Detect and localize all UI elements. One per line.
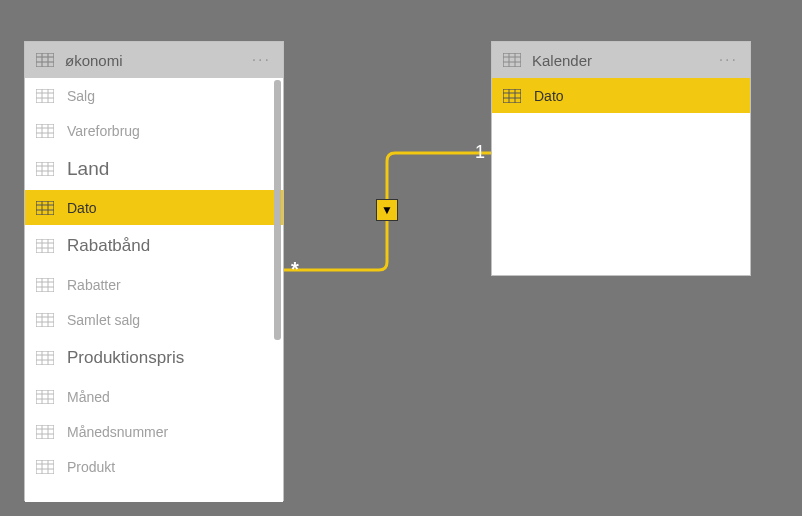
- field-label: Månedsnummer: [67, 424, 168, 440]
- field-label: Dato: [534, 88, 564, 104]
- cardinality-many: *: [291, 258, 299, 281]
- field-label: Vareforbrug: [67, 123, 140, 139]
- field-samlet-salg[interactable]: Samlet salg: [25, 302, 283, 337]
- svg-rect-65: [503, 89, 521, 103]
- field-label: Måned: [67, 389, 110, 405]
- svg-rect-35: [36, 313, 54, 327]
- table-icon: [502, 86, 522, 106]
- table-icon: [35, 236, 55, 256]
- field-manedsnummer[interactable]: Månedsnummer: [25, 414, 283, 449]
- scrollbar[interactable]: [274, 80, 281, 340]
- table-icon: [35, 86, 55, 106]
- table-icon: [35, 422, 55, 442]
- table-header-okonomi[interactable]: økonomi ···: [25, 42, 283, 78]
- svg-rect-60: [503, 53, 521, 67]
- triangle-down-icon: ▼: [381, 203, 393, 217]
- field-vareforbrug[interactable]: Vareforbrug: [25, 113, 283, 148]
- field-label: Dato: [67, 200, 97, 216]
- field-maned[interactable]: Måned: [25, 379, 283, 414]
- field-rabatband[interactable]: Rabatbånd: [25, 225, 283, 267]
- svg-rect-50: [36, 425, 54, 439]
- field-rabatter[interactable]: Rabatter: [25, 267, 283, 302]
- field-land[interactable]: Land: [25, 148, 283, 190]
- field-dato-selected[interactable]: Dato: [492, 78, 750, 113]
- svg-rect-25: [36, 239, 54, 253]
- svg-rect-20: [36, 201, 54, 215]
- field-salg[interactable]: Salg: [25, 78, 283, 113]
- more-options-icon[interactable]: ···: [252, 51, 271, 69]
- table-title: Kalender: [532, 52, 592, 69]
- table-header-kalender[interactable]: Kalender ···: [492, 42, 750, 78]
- table-icon: [502, 50, 522, 70]
- field-produktionspris[interactable]: Produktionspris: [25, 337, 283, 379]
- svg-rect-10: [36, 124, 54, 138]
- table-okonomi[interactable]: økonomi ··· Salg Vareforbrug Land Dato R…: [24, 41, 284, 501]
- field-list-kalender: Dato: [492, 78, 750, 113]
- field-label: Rabatbånd: [67, 236, 150, 256]
- field-list-okonomi: Salg Vareforbrug Land Dato Rabatbånd Rab…: [25, 78, 283, 502]
- table-icon: [35, 387, 55, 407]
- cardinality-one: 1: [475, 142, 485, 163]
- svg-rect-30: [36, 278, 54, 292]
- table-title: økonomi: [65, 52, 123, 69]
- table-icon: [35, 121, 55, 141]
- svg-rect-55: [36, 460, 54, 474]
- table-icon: [35, 159, 55, 179]
- table-icon: [35, 275, 55, 295]
- table-icon: [35, 348, 55, 368]
- field-label: Produkt: [67, 459, 115, 475]
- field-label: Produktionspris: [67, 348, 184, 368]
- field-produkt[interactable]: Produkt: [25, 449, 283, 484]
- field-dato-selected[interactable]: Dato: [25, 190, 283, 225]
- svg-rect-40: [36, 351, 54, 365]
- table-icon: [35, 457, 55, 477]
- relationship-direction-icon[interactable]: ▼: [376, 199, 398, 221]
- more-options-icon[interactable]: ···: [719, 51, 738, 69]
- field-label: Samlet salg: [67, 312, 140, 328]
- svg-rect-5: [36, 89, 54, 103]
- table-icon: [35, 198, 55, 218]
- svg-rect-15: [36, 162, 54, 176]
- svg-rect-0: [36, 53, 54, 67]
- table-icon: [35, 50, 55, 70]
- svg-rect-45: [36, 390, 54, 404]
- field-label: Rabatter: [67, 277, 121, 293]
- field-label: Land: [67, 158, 109, 180]
- table-icon: [35, 310, 55, 330]
- field-label: Salg: [67, 88, 95, 104]
- table-kalender[interactable]: Kalender ··· Dato: [491, 41, 751, 276]
